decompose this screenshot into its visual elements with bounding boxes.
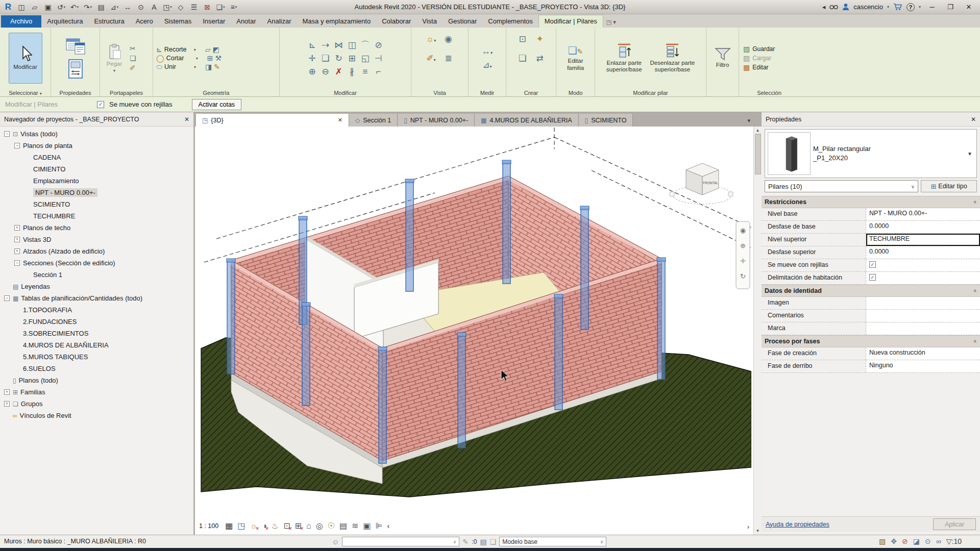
panel-label-crear[interactable]: Crear (506, 90, 556, 96)
cart-icon[interactable] (893, 3, 902, 11)
tree-item-vistas-3d[interactable]: +Vistas 3D (0, 234, 193, 245)
properties-close-icon[interactable]: ✕ (971, 116, 976, 123)
tree-item-4-muros-de-alba-ileria[interactable]: 4.MUROS DE ALBAÑILERIA (0, 339, 193, 351)
tree-item-scimiento[interactable]: SCIMIENTO (0, 198, 193, 210)
property-value[interactable]: NPT - MURO 0.00+- (866, 208, 980, 220)
user-icon[interactable] (842, 3, 849, 11)
tree-item-grupos[interactable]: +❏Grupos (0, 398, 193, 410)
show-crop-region-icon[interactable]: ⊞✕ (295, 522, 302, 530)
recorte-button[interactable]: ⊾ Recorte▾ ▱ ◩ (156, 46, 276, 53)
ribbon-tab-insertar[interactable]: Insertar (197, 15, 231, 28)
section-icon[interactable]: ◇ (175, 2, 187, 13)
cortar-portapapeles-icon[interactable]: ✂ (130, 45, 136, 52)
measure-icon[interactable]: ⊿ (108, 2, 120, 13)
ribbon-tab-anotar[interactable]: Anotar (231, 15, 261, 28)
close-view-icon[interactable]: ✕ (338, 117, 342, 123)
tree-item-npt-muro-0-00[interactable]: NPT - MURO 0.00+- (0, 187, 193, 198)
panel-label-seleccion[interactable]: Selección (739, 90, 799, 96)
help-chevron-icon[interactable]: ▾ (919, 5, 921, 9)
view-tab-npt-muro-0-00[interactable]: ▯NPT - MURO 0.00+- (398, 114, 475, 127)
activar-cotas-button[interactable]: Activar cotas (192, 99, 242, 110)
press-drag-icon[interactable]: ✥ (891, 537, 897, 545)
expand-icon[interactable]: + (14, 248, 20, 254)
panel-label-modificar-pilar[interactable]: Modificar pilar (595, 90, 706, 96)
drawing-area[interactable]: FRONTAL ◉ ⊕ ✛ ↻ 1 : 100 ▦◳☼✕◑✕♨⊡✕⊞✕⌂◎☉▤≋… (195, 127, 753, 535)
workset-select[interactable] (342, 537, 459, 546)
property-value[interactable] (866, 322, 980, 335)
revit-logo-icon[interactable]: R (2, 2, 14, 13)
panel-label-seleccionar[interactable]: Seleccionar▾ (0, 90, 51, 96)
tree-item-leyendas[interactable]: ▤Leyendas (0, 281, 193, 292)
tree-item-alzados-alzado-de-edificio[interactable]: +Alzados (Alzado de edificio) (0, 245, 193, 257)
move-icon[interactable]: ✛ (308, 54, 315, 63)
element-filter-combo[interactable]: Pilares (10) (765, 180, 918, 192)
view-tab-3d[interactable]: ◳{3D}✕ (196, 114, 349, 127)
ribbon-tab-sistemas[interactable]: Sistemas (159, 15, 197, 28)
delete-icon[interactable]: ✗ (335, 67, 342, 76)
text-icon[interactable]: A (148, 2, 160, 13)
demoler-icon[interactable]: ◩ (213, 46, 219, 53)
temporary-view-properties-icon[interactable]: ▤ (339, 522, 347, 530)
expand-icon[interactable]: + (4, 389, 10, 395)
select-links-icon[interactable]: ∞ (936, 537, 941, 545)
select-underlay-icon[interactable]: ◪ (913, 537, 920, 545)
panel-label-propiedades[interactable]: Propiedades (51, 90, 100, 96)
ribbon-tab-arquitectura[interactable]: Arquitectura (41, 15, 88, 28)
igualar-propiedades-icon[interactable]: ✐ (130, 64, 136, 71)
save-icon[interactable]: ▣ (42, 2, 54, 13)
section-header-proceso-por-fases[interactable]: Proceso por fases« (762, 335, 980, 347)
view-tab-4-muros-de-alba-ileria[interactable]: ▦4.MUROS DE ALBAÑILERIA (475, 114, 579, 127)
property-value[interactable]: ✓ (866, 259, 980, 271)
tree-item-familias[interactable]: +⊞Familias (0, 386, 193, 398)
ribbon-state-toggle-icon[interactable]: ◳ ▾ (606, 19, 616, 28)
unpin-icon[interactable]: ⊖ (322, 67, 329, 76)
ribbon-tab-vista[interactable]: Vista (416, 15, 443, 28)
lineas-finas-button[interactable]: ≣ (445, 54, 452, 63)
aligned-dimension-icon[interactable]: ↔ (121, 2, 134, 13)
viewcube[interactable]: FRONTAL (670, 163, 733, 204)
property-value[interactable] (866, 310, 980, 322)
align-icon[interactable]: ⊾ (308, 41, 315, 49)
temporary-hide-isolate-icon[interactable]: ◎ (316, 522, 323, 530)
match-icon[interactable]: ≡ (363, 67, 368, 76)
muro-icon[interactable]: ⊞ (207, 55, 213, 62)
tree-item-planos-de-techo[interactable]: +Planos de techo (0, 222, 193, 234)
cut-geometry-icon[interactable]: ⌒ (361, 41, 370, 49)
pegar-especial-icon[interactable]: ▱ (205, 46, 211, 53)
mirror-icon[interactable]: ⋈ (334, 41, 343, 49)
cortar-button[interactable]: ◯ Cortar▾ ⊞ ⚒ (156, 55, 276, 62)
design-options-list-icon[interactable]: ▤ (480, 538, 486, 546)
crear-piezas-button[interactable]: ⇄ (536, 54, 543, 63)
close-inactive-views-icon[interactable]: ⊠ (201, 2, 213, 13)
minimize-button[interactable]: ─ (925, 3, 939, 11)
project-browser-close-icon[interactable]: ✕ (184, 116, 189, 123)
search-icon[interactable] (829, 4, 838, 11)
editing-requests-icon[interactable]: ✎ (462, 538, 469, 546)
panel-label-portapapeles[interactable]: Portapapeles (100, 90, 153, 96)
scale-icon[interactable]: ◱ (361, 54, 369, 63)
thin-lines-icon[interactable]: ☰ (188, 2, 200, 13)
panel-label-vista[interactable]: Vista (411, 90, 468, 96)
ribbon-tab-acero[interactable]: Acero (130, 15, 159, 28)
linea-trabajo-icon[interactable]: ◨ (205, 63, 212, 70)
displaced-elements-icon[interactable]: ▣ (363, 522, 371, 530)
ribbon-tab-gestionar[interactable]: Gestionar (443, 15, 482, 28)
tree-item-1-topografia[interactable]: 1.TOPOGRAFIA (0, 304, 193, 316)
lock-3d-view-icon[interactable]: ⌂ (306, 522, 311, 530)
crear-montaje-button[interactable]: ❏ (519, 54, 526, 63)
graficos-visibilidad-button[interactable]: ◉ (445, 35, 452, 43)
collapse-icon[interactable]: − (4, 131, 10, 137)
revelar-elementos-button[interactable]: ☼▾ (426, 35, 436, 43)
close-button[interactable]: ✕ (962, 3, 976, 11)
view-scale[interactable]: 1 : 100 (199, 522, 218, 530)
collapse-icon[interactable]: ◂ (822, 3, 826, 11)
guardar-seleccion-button[interactable]: ▧Guardar (743, 45, 795, 53)
section-header-restricciones[interactable]: Restricciones« (762, 196, 980, 208)
tree-item-vistas-todo[interactable]: −⊡Vistas (todo) (0, 128, 193, 140)
open-icon[interactable]: ▱ (29, 2, 41, 13)
split-icon[interactable]: ⊘ (375, 41, 382, 49)
select-pinned-icon[interactable]: ⊙ (925, 537, 931, 545)
vertical-scrollbar[interactable]: ▲ ▼ (753, 127, 762, 535)
tree-item-techumbre[interactable]: TECHUMBRE (0, 210, 193, 222)
offset-icon[interactable]: ⇢ (322, 41, 329, 49)
